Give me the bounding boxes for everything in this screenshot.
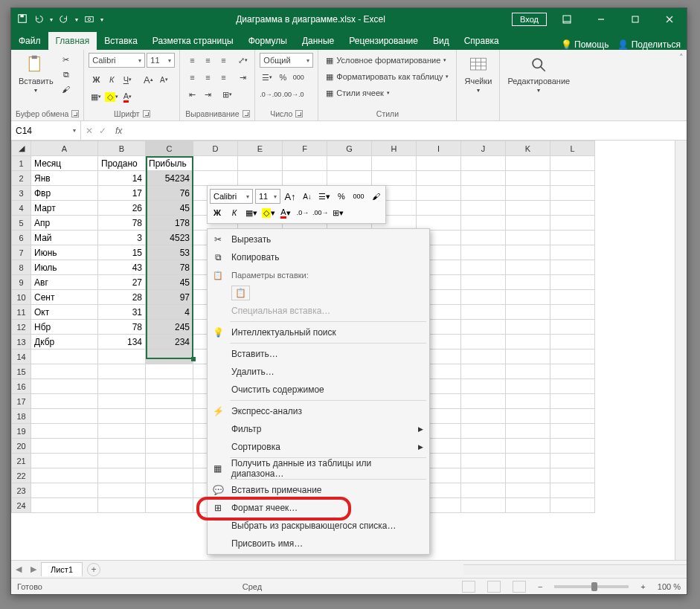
row-header[interactable]: 5: [12, 216, 31, 231]
cell[interactable]: 43: [98, 260, 146, 275]
fx-icon[interactable]: fx: [111, 126, 126, 136]
bold-button[interactable]: Ж: [89, 72, 103, 87]
ctx-format-cells[interactable]: ⊞Формат ячеек…: [208, 499, 429, 517]
mini-font-combo[interactable]: Calibri▾: [210, 189, 253, 204]
cell[interactable]: [550, 171, 595, 186]
cell[interactable]: [550, 498, 595, 513]
cell[interactable]: 76: [146, 186, 193, 201]
col-header[interactable]: L: [550, 141, 595, 156]
share-button[interactable]: 👤 Поделиться: [617, 39, 681, 50]
cell[interactable]: [550, 245, 595, 260]
cell[interactable]: [461, 171, 506, 186]
mini-grow-font-icon[interactable]: A↑: [283, 189, 298, 204]
row-header[interactable]: 1: [12, 156, 31, 171]
cell[interactable]: [461, 379, 506, 394]
cell[interactable]: [31, 454, 98, 468]
cell[interactable]: Авг: [31, 275, 98, 290]
mini-comma-icon[interactable]: 000: [351, 189, 366, 204]
row-header[interactable]: 3: [12, 186, 31, 201]
cell[interactable]: [550, 394, 595, 409]
tab-home[interactable]: Главная: [48, 32, 97, 50]
mini-accounting-icon[interactable]: ☰▾: [317, 189, 332, 204]
cell[interactable]: 28: [98, 290, 146, 305]
cell[interactable]: [327, 171, 372, 186]
cell[interactable]: [550, 186, 595, 201]
cell[interactable]: [31, 498, 98, 513]
cell[interactable]: [550, 156, 595, 171]
cell[interactable]: [550, 468, 595, 483]
cell[interactable]: [550, 290, 595, 305]
cell[interactable]: [506, 156, 550, 171]
mini-format-painter-icon[interactable]: 🖌: [368, 189, 383, 204]
ctx-insert-comment[interactable]: 💬Вставить примечание: [208, 481, 429, 499]
row-header[interactable]: 8: [12, 260, 31, 275]
cell[interactable]: [506, 335, 550, 349]
col-header[interactable]: G: [327, 141, 372, 156]
cell[interactable]: 17: [98, 186, 146, 201]
cell[interactable]: [506, 498, 550, 513]
ctx-define-name[interactable]: Присвоить имя…: [208, 535, 429, 552]
cell[interactable]: [461, 290, 506, 305]
cell[interactable]: [417, 201, 461, 216]
cell[interactable]: [461, 424, 506, 439]
comma-format-icon[interactable]: 000: [291, 70, 306, 85]
cell[interactable]: [550, 439, 595, 454]
cell[interactable]: [461, 245, 506, 260]
cell[interactable]: Фвр: [31, 186, 98, 201]
cell[interactable]: [550, 424, 595, 439]
cell[interactable]: [31, 468, 98, 483]
fill-color-button[interactable]: ◇▾: [104, 89, 119, 104]
align-left-icon[interactable]: ≡: [184, 70, 199, 85]
mini-borders-icon[interactable]: ▦▾: [244, 205, 259, 220]
cell[interactable]: Март: [31, 201, 98, 216]
cell[interactable]: [238, 156, 283, 171]
cell[interactable]: Июнь: [31, 245, 98, 260]
cell[interactable]: 14: [98, 171, 146, 186]
cell[interactable]: [98, 468, 146, 483]
ctx-quick-analysis[interactable]: ⚡Экспресс-анализ: [208, 402, 429, 420]
cell[interactable]: [550, 275, 595, 290]
signin-button[interactable]: Вход: [512, 13, 547, 26]
mini-fill-color-icon[interactable]: ◇▾: [261, 205, 276, 220]
row-header[interactable]: 18: [12, 409, 31, 424]
ctx-filter[interactable]: Фильтр▶: [208, 420, 429, 438]
font-size-combo[interactable]: 11▾: [147, 53, 175, 68]
decrease-indent-icon[interactable]: ⇤: [184, 87, 199, 102]
save-icon[interactable]: [17, 13, 28, 26]
cell[interactable]: [98, 409, 146, 424]
cell[interactable]: [461, 320, 506, 335]
cell[interactable]: [506, 231, 550, 245]
tab-help[interactable]: Справка: [457, 32, 507, 50]
ctx-pick-from-list[interactable]: Выбрать из раскрывающегося списка…: [208, 517, 429, 535]
cell[interactable]: [506, 186, 550, 201]
zoom-level[interactable]: 100 %: [658, 582, 681, 591]
undo-dropdown-icon[interactable]: ▾: [50, 16, 53, 23]
horizontal-scrollbar[interactable]: [463, 564, 687, 575]
row-header[interactable]: 22: [12, 468, 31, 483]
cut-icon[interactable]: ✂: [60, 53, 73, 66]
cell[interactable]: [283, 156, 327, 171]
mini-shrink-font-icon[interactable]: A↓: [300, 189, 315, 204]
col-header[interactable]: I: [417, 141, 461, 156]
number-format-combo[interactable]: Общий▾: [260, 53, 313, 68]
name-box[interactable]: C14▾: [11, 121, 81, 140]
tab-insert[interactable]: Вставка: [97, 32, 145, 50]
cell[interactable]: [283, 171, 327, 186]
select-all-corner[interactable]: ◢: [12, 141, 31, 156]
undo-icon[interactable]: [33, 13, 44, 26]
align-launcher[interactable]: [243, 110, 250, 117]
cell[interactable]: 45: [146, 275, 193, 290]
cell[interactable]: [506, 439, 550, 454]
tab-formulas[interactable]: Формулы: [241, 32, 295, 50]
cell[interactable]: [327, 156, 372, 171]
cell[interactable]: [98, 364, 146, 379]
paste-button[interactable]: Вставить ▾: [16, 53, 57, 95]
col-header[interactable]: D: [193, 141, 238, 156]
cell[interactable]: [506, 216, 550, 231]
cell[interactable]: [461, 156, 506, 171]
cell[interactable]: [461, 186, 506, 201]
cell[interactable]: [146, 498, 193, 513]
mini-percent-icon[interactable]: %: [334, 189, 349, 204]
cell[interactable]: [146, 424, 193, 439]
cell[interactable]: [98, 424, 146, 439]
